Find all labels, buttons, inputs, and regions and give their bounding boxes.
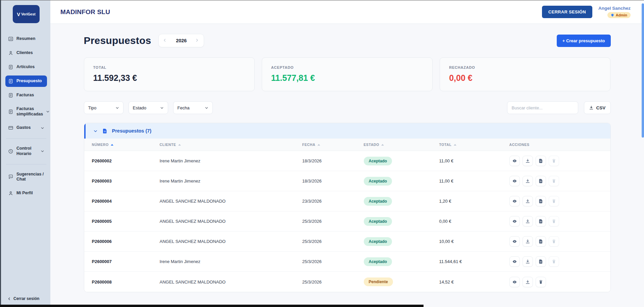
sidebar-item-articulos[interactable]: Artículos bbox=[5, 61, 47, 73]
main-area: MADINFOR SLU CERRAR SESIÓN Angel Sanchez… bbox=[50, 0, 644, 307]
download-button[interactable] bbox=[523, 256, 533, 267]
cell-numero: P2600003 bbox=[92, 178, 160, 184]
year-value: 2026 bbox=[176, 38, 187, 43]
download-button[interactable] bbox=[523, 196, 533, 206]
estado-select-value: Estado bbox=[133, 105, 146, 110]
download-icon bbox=[525, 199, 530, 204]
document-button[interactable] bbox=[536, 256, 546, 267]
summary-cards: TOTAL 11.592,33 € ACEPTADO 11.577,81 € R… bbox=[84, 57, 611, 91]
next-year-button[interactable] bbox=[195, 38, 200, 43]
chat-icon bbox=[8, 174, 13, 180]
chevron-down-icon bbox=[41, 126, 44, 130]
sidebar-item-presupuesto[interactable]: Presupuesto bbox=[5, 75, 47, 87]
table-header-row: NÚMERO CLIENTE FECHA ESTADO TOTAL ACCION… bbox=[84, 139, 610, 151]
sidebar-item-sugerencias-chat[interactable]: Sugerencias / Chat bbox=[5, 169, 47, 185]
cell-cliente: Irene Martin Jimenez bbox=[160, 158, 302, 163]
sidebar-item-facturas-simplificadas[interactable]: Facturas simplificadas bbox=[5, 104, 47, 119]
document-icon bbox=[8, 109, 13, 114]
cell-cliente: ANGEL SANCHEZ MALDONADO bbox=[160, 239, 302, 244]
card-label: TOTAL bbox=[93, 65, 245, 69]
chevron-down-icon bbox=[93, 129, 98, 133]
cell-total: 14,52 € bbox=[439, 279, 509, 285]
column-header-estado[interactable]: ESTADO bbox=[364, 143, 439, 147]
tipo-select-value: Tipo bbox=[88, 105, 97, 110]
download-button[interactable] bbox=[523, 176, 533, 186]
download-icon bbox=[525, 158, 530, 163]
document-button[interactable] bbox=[536, 156, 546, 166]
chevron-down-icon bbox=[41, 149, 44, 153]
file-icon bbox=[538, 199, 543, 204]
download-icon bbox=[589, 105, 594, 110]
eye-icon bbox=[512, 279, 517, 285]
view-button[interactable] bbox=[509, 277, 520, 287]
column-header-total[interactable]: TOTAL bbox=[439, 143, 509, 147]
view-button[interactable] bbox=[509, 236, 520, 247]
sidebar-item-resumen[interactable]: Resumen bbox=[5, 33, 47, 45]
cell-fecha: 18/3/2026 bbox=[302, 178, 364, 184]
view-button[interactable] bbox=[509, 216, 520, 226]
sidebar-item-clientes[interactable]: Clientes bbox=[5, 47, 47, 59]
cell-fecha: 25/3/2026 bbox=[302, 259, 364, 264]
trash-icon bbox=[551, 199, 556, 204]
card-icon bbox=[8, 125, 13, 131]
download-button[interactable] bbox=[523, 236, 533, 247]
tipo-select[interactable]: Tipo bbox=[84, 101, 123, 114]
sort-icon bbox=[454, 144, 456, 146]
invoice-icon bbox=[8, 93, 13, 98]
table-row: P2600003 Irene Martin Jimenez 18/3/2026 … bbox=[84, 171, 610, 191]
table-section-header[interactable]: Presupuestos (7) bbox=[84, 123, 610, 139]
view-button[interactable] bbox=[509, 196, 520, 206]
csv-export-button[interactable]: CSV bbox=[584, 101, 611, 114]
status-badge: Aceptado bbox=[364, 177, 392, 186]
user-block[interactable]: Angel Sanchez Admin bbox=[598, 6, 631, 18]
sidebar-item-mi-perfil[interactable]: Mi Perfil bbox=[5, 188, 47, 199]
chevron-right-icon bbox=[195, 38, 199, 42]
column-label: ACCIONES bbox=[509, 143, 530, 147]
logout-button[interactable]: CERRAR SESIÓN bbox=[542, 6, 592, 18]
sidebar-item-gastos[interactable]: Gastos bbox=[5, 122, 47, 134]
create-budget-button[interactable]: + Crear presupuesto bbox=[557, 35, 611, 47]
download-button[interactable] bbox=[523, 216, 533, 226]
eye-icon bbox=[512, 178, 517, 184]
delete-button[interactable] bbox=[536, 277, 546, 287]
divider bbox=[6, 138, 46, 139]
clock-icon bbox=[8, 149, 13, 154]
download-icon bbox=[525, 239, 530, 244]
previous-year-button[interactable] bbox=[163, 38, 167, 43]
card-label: ACEPTADO bbox=[271, 65, 423, 69]
sort-icon bbox=[178, 144, 181, 146]
download-button[interactable] bbox=[523, 156, 533, 166]
document-button[interactable] bbox=[536, 236, 546, 247]
client-search-input[interactable] bbox=[507, 101, 578, 114]
estado-select[interactable]: Estado bbox=[129, 101, 168, 114]
chevron-left-icon bbox=[7, 297, 11, 301]
delete-button-disabled bbox=[549, 256, 559, 267]
file-icon bbox=[538, 239, 543, 244]
sidebar-item-facturas[interactable]: Facturas bbox=[5, 90, 47, 101]
sidebar-item-label: Clientes bbox=[16, 50, 33, 56]
column-header-numero[interactable]: NÚMERO bbox=[92, 143, 160, 147]
scrollbar-thumb[interactable] bbox=[642, 3, 644, 138]
column-header-acciones: ACCIONES bbox=[509, 143, 610, 147]
sidebar-logout[interactable]: Cerrar sesión bbox=[5, 295, 47, 302]
view-button[interactable] bbox=[509, 176, 520, 186]
view-button[interactable] bbox=[509, 256, 520, 267]
cell-fecha: 25/3/2026 bbox=[302, 219, 364, 224]
sidebar-item-control-horario[interactable]: Control Horario bbox=[5, 143, 47, 159]
trash-icon bbox=[551, 158, 556, 163]
sort-icon bbox=[317, 144, 320, 146]
document-button[interactable] bbox=[536, 196, 546, 206]
view-button[interactable] bbox=[509, 156, 520, 166]
column-header-cliente[interactable]: CLIENTE bbox=[160, 143, 302, 147]
cell-cliente: ANGEL SANCHEZ MALDONADO bbox=[160, 219, 302, 224]
download-button[interactable] bbox=[523, 277, 533, 287]
column-header-fecha[interactable]: FECHA bbox=[302, 143, 364, 147]
fecha-select[interactable]: Fecha bbox=[173, 101, 213, 114]
column-label: NÚMERO bbox=[92, 143, 109, 147]
download-icon bbox=[525, 178, 530, 184]
sidebar-item-label: Presupuesto bbox=[16, 79, 42, 84]
cell-total: 11,00 € bbox=[439, 158, 509, 163]
document-button[interactable] bbox=[536, 176, 546, 186]
cell-cliente: Irene Martin Jimenez bbox=[160, 259, 302, 264]
document-button[interactable] bbox=[536, 216, 546, 226]
